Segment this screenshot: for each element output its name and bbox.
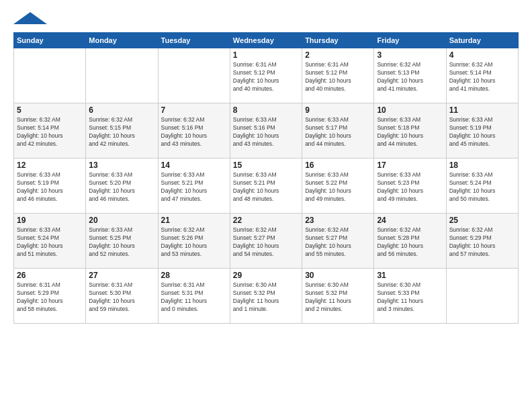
day-info: Sunrise: 6:32 AM Sunset: 5:13 PM Dayligh… [377, 61, 443, 93]
day-info: Sunrise: 6:33 AM Sunset: 5:24 PM Dayligh… [449, 171, 515, 203]
logo [13, 12, 47, 27]
day-cell: 24Sunrise: 6:32 AM Sunset: 5:28 PM Dayli… [374, 214, 446, 269]
day-number: 5 [17, 105, 83, 115]
day-number: 18 [449, 161, 515, 170]
day-cell: 18Sunrise: 6:33 AM Sunset: 5:24 PM Dayli… [446, 158, 518, 214]
day-cell: 30Sunrise: 6:30 AM Sunset: 5:32 PM Dayli… [302, 269, 374, 324]
day-info: Sunrise: 6:31 AM Sunset: 5:31 PM Dayligh… [161, 281, 227, 314]
day-info: Sunrise: 6:30 AM Sunset: 5:32 PM Dayligh… [233, 281, 299, 314]
day-number: 3 [377, 50, 443, 60]
weekday-header-monday: Monday [86, 33, 158, 48]
logo-icon [13, 12, 47, 24]
day-cell: 2Sunrise: 6:31 AM Sunset: 5:12 PM Daylig… [302, 48, 374, 103]
day-info: Sunrise: 6:32 AM Sunset: 5:28 PM Dayligh… [377, 226, 443, 259]
day-info: Sunrise: 6:33 AM Sunset: 5:20 PM Dayligh… [89, 171, 154, 203]
day-cell: 15Sunrise: 6:33 AM Sunset: 5:21 PM Dayli… [230, 158, 302, 214]
day-number: 20 [89, 216, 154, 225]
day-info: Sunrise: 6:33 AM Sunset: 5:24 PM Dayligh… [17, 226, 83, 259]
day-number: 15 [233, 161, 299, 170]
day-number: 30 [305, 271, 371, 280]
day-cell: 22Sunrise: 6:32 AM Sunset: 5:27 PM Dayli… [230, 214, 302, 269]
day-number: 22 [233, 216, 299, 225]
day-info: Sunrise: 6:31 AM Sunset: 5:30 PM Dayligh… [89, 281, 154, 314]
day-info: Sunrise: 6:31 AM Sunset: 5:29 PM Dayligh… [17, 281, 83, 314]
day-cell: 14Sunrise: 6:33 AM Sunset: 5:21 PM Dayli… [158, 158, 230, 214]
day-cell: 12Sunrise: 6:33 AM Sunset: 5:19 PM Dayli… [14, 158, 86, 214]
day-info: Sunrise: 6:33 AM Sunset: 5:21 PM Dayligh… [233, 171, 299, 203]
day-number: 25 [449, 216, 515, 225]
weekday-header-row: SundayMondayTuesdayWednesdayThursdayFrid… [14, 33, 519, 48]
week-row-1: 1Sunrise: 6:31 AM Sunset: 5:12 PM Daylig… [14, 48, 519, 103]
day-info: Sunrise: 6:33 AM Sunset: 5:19 PM Dayligh… [449, 116, 515, 148]
day-number: 11 [449, 105, 515, 115]
day-number: 1 [233, 50, 299, 60]
day-number: 12 [17, 161, 83, 170]
day-cell: 23Sunrise: 6:32 AM Sunset: 5:27 PM Dayli… [302, 214, 374, 269]
day-cell [14, 48, 86, 103]
day-number: 19 [17, 216, 83, 225]
day-cell [158, 48, 230, 103]
weekday-header-friday: Friday [374, 33, 446, 48]
day-info: Sunrise: 6:33 AM Sunset: 5:17 PM Dayligh… [305, 116, 371, 148]
weekday-header-wednesday: Wednesday [230, 33, 302, 48]
day-cell: 6Sunrise: 6:32 AM Sunset: 5:15 PM Daylig… [86, 103, 158, 158]
week-row-2: 5Sunrise: 6:32 AM Sunset: 5:14 PM Daylig… [14, 103, 519, 158]
day-cell: 20Sunrise: 6:33 AM Sunset: 5:25 PM Dayli… [86, 214, 158, 269]
day-number: 23 [305, 216, 371, 225]
day-number: 24 [377, 216, 443, 225]
day-cell: 17Sunrise: 6:33 AM Sunset: 5:23 PM Dayli… [374, 158, 446, 214]
day-info: Sunrise: 6:32 AM Sunset: 5:26 PM Dayligh… [161, 226, 227, 259]
day-info: Sunrise: 6:33 AM Sunset: 5:21 PM Dayligh… [161, 171, 227, 203]
day-cell: 3Sunrise: 6:32 AM Sunset: 5:13 PM Daylig… [374, 48, 446, 103]
day-cell: 19Sunrise: 6:33 AM Sunset: 5:24 PM Dayli… [14, 214, 86, 269]
day-info: Sunrise: 6:33 AM Sunset: 5:25 PM Dayligh… [89, 226, 154, 259]
day-info: Sunrise: 6:32 AM Sunset: 5:27 PM Dayligh… [233, 226, 299, 259]
day-cell [446, 269, 518, 324]
day-info: Sunrise: 6:32 AM Sunset: 5:16 PM Dayligh… [161, 116, 227, 148]
day-info: Sunrise: 6:33 AM Sunset: 5:22 PM Dayligh… [305, 171, 371, 203]
day-cell: 4Sunrise: 6:32 AM Sunset: 5:14 PM Daylig… [446, 48, 518, 103]
day-cell: 11Sunrise: 6:33 AM Sunset: 5:19 PM Dayli… [446, 103, 518, 158]
day-number: 8 [233, 105, 299, 115]
day-number: 17 [377, 161, 443, 170]
day-number: 31 [377, 271, 443, 280]
weekday-header-thursday: Thursday [302, 33, 374, 48]
day-info: Sunrise: 6:30 AM Sunset: 5:32 PM Dayligh… [305, 281, 371, 314]
weekday-header-sunday: Sunday [14, 33, 86, 48]
day-cell: 7Sunrise: 6:32 AM Sunset: 5:16 PM Daylig… [158, 103, 230, 158]
day-number: 7 [161, 105, 227, 115]
day-info: Sunrise: 6:30 AM Sunset: 5:33 PM Dayligh… [377, 281, 443, 314]
day-cell: 29Sunrise: 6:30 AM Sunset: 5:32 PM Dayli… [230, 269, 302, 324]
day-number: 14 [161, 161, 227, 170]
day-cell: 21Sunrise: 6:32 AM Sunset: 5:26 PM Dayli… [158, 214, 230, 269]
day-number: 6 [89, 105, 154, 115]
day-info: Sunrise: 6:31 AM Sunset: 5:12 PM Dayligh… [305, 61, 371, 93]
weekday-header-saturday: Saturday [446, 33, 518, 48]
week-row-5: 26Sunrise: 6:31 AM Sunset: 5:29 PM Dayli… [14, 269, 519, 324]
day-cell [86, 48, 158, 103]
day-number: 16 [305, 161, 371, 170]
day-cell: 8Sunrise: 6:33 AM Sunset: 5:16 PM Daylig… [230, 103, 302, 158]
day-number: 28 [161, 271, 227, 280]
day-cell: 27Sunrise: 6:31 AM Sunset: 5:30 PM Dayli… [86, 269, 158, 324]
day-info: Sunrise: 6:33 AM Sunset: 5:19 PM Dayligh… [17, 171, 83, 203]
day-number: 13 [89, 161, 154, 170]
day-info: Sunrise: 6:32 AM Sunset: 5:29 PM Dayligh… [449, 226, 515, 259]
day-number: 21 [161, 216, 227, 225]
day-cell: 5Sunrise: 6:32 AM Sunset: 5:14 PM Daylig… [14, 103, 86, 158]
day-cell: 13Sunrise: 6:33 AM Sunset: 5:20 PM Dayli… [86, 158, 158, 214]
day-number: 26 [17, 271, 83, 280]
day-number: 29 [233, 271, 299, 280]
day-number: 27 [89, 271, 154, 280]
day-info: Sunrise: 6:32 AM Sunset: 5:15 PM Dayligh… [89, 116, 154, 148]
day-info: Sunrise: 6:33 AM Sunset: 5:16 PM Dayligh… [233, 116, 299, 148]
week-row-4: 19Sunrise: 6:33 AM Sunset: 5:24 PM Dayli… [14, 214, 519, 269]
calendar-table: SundayMondayTuesdayWednesdayThursdayFrid… [13, 32, 519, 324]
day-info: Sunrise: 6:32 AM Sunset: 5:14 PM Dayligh… [449, 61, 515, 93]
day-number: 9 [305, 105, 371, 115]
day-info: Sunrise: 6:31 AM Sunset: 5:12 PM Dayligh… [233, 61, 299, 93]
day-cell: 9Sunrise: 6:33 AM Sunset: 5:17 PM Daylig… [302, 103, 374, 158]
day-cell: 1Sunrise: 6:31 AM Sunset: 5:12 PM Daylig… [230, 48, 302, 103]
header [13, 12, 519, 27]
day-number: 10 [377, 105, 443, 115]
